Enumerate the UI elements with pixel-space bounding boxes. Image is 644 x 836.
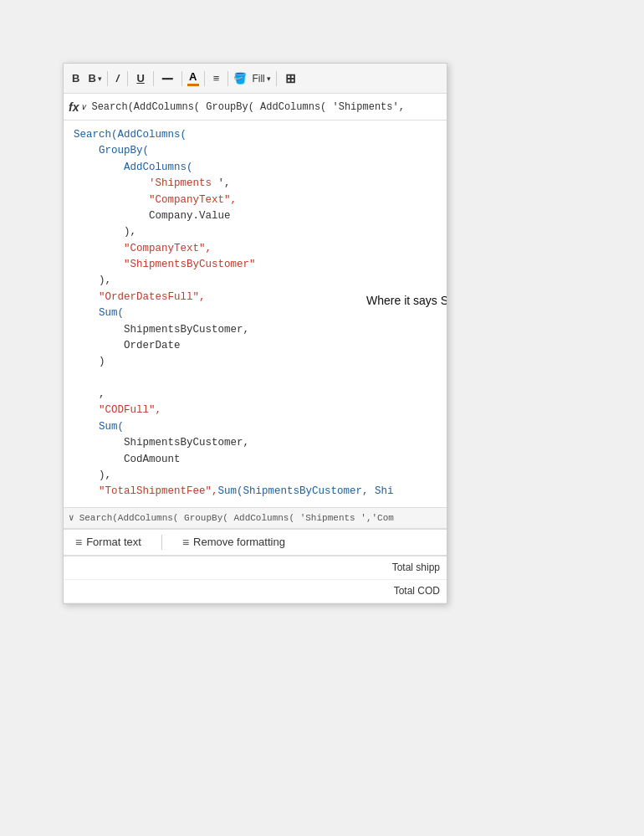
bold-dropdown[interactable]: B ▾: [88, 72, 101, 85]
format-text-button[interactable]: ≡ Format text: [72, 534, 145, 551]
italic-button[interactable]: /: [113, 70, 123, 86]
code-span: ): [74, 356, 105, 367]
strikethrough-button[interactable]: —: [159, 70, 176, 86]
code-span: OrderDate: [74, 340, 181, 351]
separator-1: [107, 71, 108, 86]
row-label-1: [64, 564, 345, 571]
bottom-chevron-icon: ∨: [69, 512, 74, 523]
code-span: Search(AddColumns(: [74, 129, 187, 141]
code-span: ),: [74, 469, 111, 481]
code-span: [74, 259, 124, 270]
table-row: Total shipp: [64, 556, 447, 580]
row-value-2: Total COD: [346, 582, 447, 600]
code-span: GroupBy(: [99, 145, 149, 156]
code-span: CodAmount: [74, 454, 181, 465]
code-line-7: ),: [74, 224, 437, 240]
code-span: "CODFull",: [99, 404, 161, 416]
code-span: Sum(ShipmentsByCustomer, Shi: [218, 485, 394, 497]
code-span: [74, 177, 149, 189]
code-line-17: ,: [74, 387, 437, 403]
code-span: [74, 194, 149, 206]
row-value-1: Total shipp: [346, 558, 447, 577]
bold-button[interactable]: B: [69, 70, 83, 86]
table-row: Total COD: [64, 580, 447, 603]
code-span: Sum(: [99, 421, 124, 433]
separator-2: [127, 71, 128, 86]
align-button[interactable]: ≡: [210, 70, 223, 86]
data-rows: Total shipp Total COD: [64, 556, 447, 603]
code-line-9: "ShipmentsByCustomer": [74, 257, 437, 273]
formula-text[interactable]: Search(AddColumns( GroupBy( AddColumns( …: [91, 101, 442, 113]
code-line-20: ShipmentsByCustomer,: [74, 435, 437, 451]
code-span: [74, 404, 99, 416]
code-annotation: Where it says Sum, thats date Field: [366, 292, 447, 310]
separator-3: [153, 71, 154, 86]
code-span: "CompanyText",: [124, 243, 212, 254]
code-span: Company.Value: [74, 210, 231, 222]
format-text-label: Format text: [86, 536, 141, 548]
code-line-18: "CODFull",: [74, 403, 437, 418]
code-span: "CompanyText",: [149, 194, 237, 206]
row-label-2: [64, 587, 345, 594]
remove-formatting-icon: ≡: [182, 536, 189, 549]
code-line-2: GroupBy(: [74, 143, 437, 159]
code-line-14: OrderDate: [74, 338, 437, 354]
code-span: [74, 421, 99, 433]
code-line-23: "TotalShipmentFee",Sum(ShipmentsByCustom…: [74, 484, 437, 500]
color-bar: [187, 84, 199, 86]
code-line-21: CodAmount: [74, 452, 437, 468]
app-container: B B ▾ / U — A ≡ 🪣 Fill ▾ ⊞ fx ∨ Searc: [63, 63, 447, 604]
underline-button[interactable]: U: [133, 70, 147, 86]
code-line-5: "CompanyText",: [74, 192, 437, 208]
bottom-formula-text: Search(AddColumns( GroupBy( AddColumns( …: [79, 513, 394, 523]
code-line-6: Company.Value: [74, 208, 437, 224]
code-line-19: Sum(: [74, 419, 437, 435]
code-line-1: Search(AddColumns(: [74, 127, 437, 143]
code-span: [74, 485, 99, 497]
remove-formatting-label: Remove formatting: [193, 536, 285, 548]
code-span: [74, 145, 99, 156]
separator-5: [204, 71, 205, 86]
code-span: "OrderDatesFull",: [99, 291, 206, 303]
grid-button[interactable]: ⊞: [282, 69, 299, 88]
fill-chevron-icon: ▾: [267, 74, 271, 83]
bold-chevron-icon: ▾: [98, 74, 102, 83]
remove-formatting-button[interactable]: ≡ Remove formatting: [179, 534, 289, 551]
code-span: [74, 243, 124, 254]
fill-label: Fill: [252, 73, 264, 85]
format-toolbar: ≡ Format text ≡ Remove formatting: [64, 529, 447, 556]
code-line-3: AddColumns(: [74, 160, 437, 176]
code-line-13: ShipmentsByCustomer,: [74, 322, 437, 338]
code-line-10: ),: [74, 273, 437, 289]
bottom-formula-bar[interactable]: ∨ Search(AddColumns( GroupBy( AddColumns…: [64, 507, 447, 529]
color-label: A: [189, 70, 197, 83]
code-line-22: ),: [74, 468, 437, 484]
code-span: ,: [74, 388, 105, 400]
code-span: ),: [74, 226, 136, 238]
code-span: [74, 162, 124, 173]
code-span: ',: [218, 177, 231, 189]
code-span: "ShipmentsByCustomer": [124, 259, 256, 270]
fill-icon: 🪣: [233, 72, 247, 85]
color-button[interactable]: A: [187, 70, 199, 86]
formula-bar: fx ∨ Search(AddColumns( GroupBy( AddColu…: [64, 94, 447, 121]
bold-label: B: [88, 72, 95, 85]
code-line-4: 'Shipments ',: [74, 176, 437, 192]
code-span: ShipmentsByCustomer,: [74, 437, 249, 449]
code-span: [74, 307, 99, 319]
code-area[interactable]: Search(AddColumns( GroupBy( AddColumns( …: [64, 121, 447, 507]
code-line-8: "CompanyText",: [74, 241, 437, 257]
code-span: "TotalShipmentFee",: [99, 485, 218, 497]
code-span: ShipmentsByCustomer,: [74, 324, 249, 336]
code-span: Sum(: [99, 307, 124, 319]
code-span: [74, 372, 80, 384]
code-line-15: ): [74, 354, 437, 370]
fx-label: fx ∨: [69, 100, 86, 114]
fill-button[interactable]: Fill ▾: [252, 73, 270, 85]
toolbar: B B ▾ / U — A ≡ 🪣 Fill ▾ ⊞: [64, 64, 447, 94]
code-span: [74, 291, 99, 303]
separator-7: [276, 71, 277, 86]
code-span: 'Shipments: [149, 177, 218, 189]
code-line-16: [74, 371, 437, 387]
format-text-icon: ≡: [75, 536, 82, 549]
